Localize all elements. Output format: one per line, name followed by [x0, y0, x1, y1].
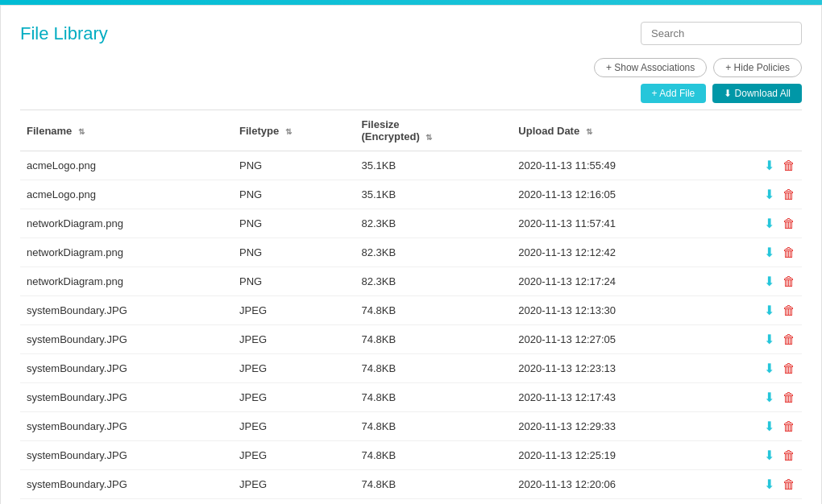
sort-icon-uploaddate: ⇅: [586, 127, 592, 136]
header-row: File Library: [20, 22, 802, 45]
download-icon[interactable]: ⬇: [764, 332, 774, 347]
delete-icon[interactable]: 🗑: [783, 448, 795, 463]
action-icons: ⬇🗑: [725, 245, 795, 260]
cell-filetype: PNG: [233, 151, 355, 180]
cell-actions: ⬇🗑: [719, 441, 802, 470]
cell-filename: networkDiagram.png: [20, 209, 233, 238]
sort-icon-filename: ⇅: [78, 127, 85, 136]
page-title: File Library: [20, 23, 108, 44]
download-icon[interactable]: ⬇: [764, 187, 774, 202]
action-icons: ⬇🗑: [725, 448, 795, 463]
cell-filetype: JPEG: [233, 470, 355, 499]
cell-filesize: 35.1KB: [355, 151, 513, 180]
add-file-button[interactable]: + Add File: [641, 84, 707, 103]
action-icons: ⬇🗑: [725, 419, 795, 434]
cell-filesize: 82.3KB: [355, 209, 513, 238]
delete-icon[interactable]: 🗑: [783, 159, 795, 173]
cell-uploaddate: 2020-11-13 12:13:30: [512, 296, 718, 325]
sort-icon-filesize: ⇅: [426, 133, 432, 142]
action-icons: ⬇🗑: [725, 274, 795, 289]
action-icons: ⬇🗑: [725, 303, 795, 318]
cell-uploaddate: 2020-11-13 12:17:43: [512, 383, 718, 412]
cell-filetype: PNG: [233, 209, 355, 238]
delete-icon[interactable]: 🗑: [783, 275, 795, 289]
delete-icon[interactable]: 🗑: [783, 477, 795, 492]
cell-filetype: JPEG: [233, 296, 355, 325]
file-table-wrapper: Filename ⇅ Filetype ⇅ Filesize(Encrypted…: [20, 109, 802, 499]
table-row: systemBoundary.JPGJPEG74.8KB2020-11-13 1…: [20, 296, 802, 325]
cell-uploaddate: 2020-11-13 11:55:49: [512, 151, 718, 180]
action-icons: ⬇🗑: [725, 361, 795, 376]
cell-actions: ⬇🗑: [719, 470, 802, 499]
download-icon[interactable]: ⬇: [764, 274, 774, 289]
file-table: Filename ⇅ Filetype ⇅ Filesize(Encrypted…: [20, 109, 802, 499]
table-row: acmeLogo.pngPNG35.1KB2020-11-13 12:16:05…: [20, 180, 802, 209]
association-policy-row: + Show Associations + Hide Policies: [20, 58, 802, 77]
cell-uploaddate: 2020-11-13 12:12:42: [512, 238, 718, 267]
download-icon[interactable]: ⬇: [764, 216, 774, 231]
delete-icon[interactable]: 🗑: [783, 246, 795, 260]
cell-uploaddate: 2020-11-13 12:20:06: [512, 470, 718, 499]
cell-uploaddate: 2020-11-13 12:17:24: [512, 267, 718, 296]
download-icon[interactable]: ⬇: [764, 477, 774, 492]
table-row: networkDiagram.pngPNG82.3KB2020-11-13 11…: [20, 209, 802, 238]
delete-icon[interactable]: 🗑: [783, 188, 795, 202]
cell-filetype: JPEG: [233, 383, 355, 412]
download-icon[interactable]: ⬇: [764, 390, 774, 405]
cell-filename: systemBoundary.JPG: [20, 354, 233, 383]
cell-uploaddate: 2020-11-13 12:23:13: [512, 354, 718, 383]
file-actions-row: + Add File ⬇ Download All: [20, 84, 802, 103]
cell-filename: systemBoundary.JPG: [20, 470, 233, 499]
cell-filename: systemBoundary.JPG: [20, 441, 233, 470]
download-icon[interactable]: ⬇: [764, 361, 774, 376]
cell-actions: ⬇🗑: [719, 267, 802, 296]
cell-filename: systemBoundary.JPG: [20, 296, 233, 325]
action-icons: ⬇🗑: [725, 390, 795, 405]
cell-filetype: PNG: [233, 180, 355, 209]
cell-uploaddate: 2020-11-13 12:27:05: [512, 325, 718, 354]
cell-filesize: 74.8KB: [355, 354, 513, 383]
delete-icon[interactable]: 🗑: [783, 217, 795, 231]
cell-filesize: 74.8KB: [355, 325, 513, 354]
download-icon[interactable]: ⬇: [764, 303, 774, 318]
table-body: acmeLogo.pngPNG35.1KB2020-11-13 11:55:49…: [20, 151, 802, 499]
cell-uploaddate: 2020-11-13 12:29:33: [512, 412, 718, 441]
cell-filename: networkDiagram.png: [20, 238, 233, 267]
search-input[interactable]: [641, 22, 802, 45]
cell-actions: ⬇🗑: [719, 238, 802, 267]
delete-icon[interactable]: 🗑: [783, 419, 795, 434]
table-row: networkDiagram.pngPNG82.3KB2020-11-13 12…: [20, 238, 802, 267]
cell-filesize: 82.3KB: [355, 267, 513, 296]
cell-filename: systemBoundary.JPG: [20, 383, 233, 412]
col-actions: [719, 110, 802, 151]
cell-filetype: JPEG: [233, 441, 355, 470]
table-row: systemBoundary.JPGJPEG74.8KB2020-11-13 1…: [20, 354, 802, 383]
delete-icon[interactable]: 🗑: [783, 333, 795, 347]
download-icon[interactable]: ⬇: [764, 245, 774, 260]
table-row: systemBoundary.JPGJPEG74.8KB2020-11-13 1…: [20, 412, 802, 441]
download-icon[interactable]: ⬇: [764, 419, 774, 434]
action-icons: ⬇🗑: [725, 158, 795, 173]
action-icons: ⬇🗑: [725, 187, 795, 202]
cell-filename: acmeLogo.png: [20, 180, 233, 209]
cell-filetype: PNG: [233, 267, 355, 296]
show-associations-button[interactable]: + Show Associations: [594, 58, 707, 77]
cell-actions: ⬇🗑: [719, 209, 802, 238]
table-row: systemBoundary.JPGJPEG74.8KB2020-11-13 1…: [20, 470, 802, 499]
col-filetype: Filetype ⇅: [233, 110, 355, 151]
action-icons: ⬇🗑: [725, 216, 795, 231]
download-all-button[interactable]: ⬇ Download All: [712, 84, 802, 103]
delete-icon[interactable]: 🗑: [783, 304, 795, 318]
download-icon[interactable]: ⬇: [764, 158, 774, 173]
delete-icon[interactable]: 🗑: [783, 390, 795, 405]
download-icon[interactable]: ⬇: [764, 448, 774, 463]
cell-actions: ⬇🗑: [719, 180, 802, 209]
sort-icon-filetype: ⇅: [285, 127, 292, 136]
cell-filetype: PNG: [233, 238, 355, 267]
cell-uploaddate: 2020-11-13 12:16:05: [512, 180, 718, 209]
hide-policies-button[interactable]: + Hide Policies: [713, 58, 802, 77]
delete-icon[interactable]: 🗑: [783, 361, 795, 376]
table-row: networkDiagram.pngPNG82.3KB2020-11-13 12…: [20, 267, 802, 296]
cell-filesize: 74.8KB: [355, 441, 513, 470]
table-header-row: Filename ⇅ Filetype ⇅ Filesize(Encrypted…: [20, 110, 802, 151]
